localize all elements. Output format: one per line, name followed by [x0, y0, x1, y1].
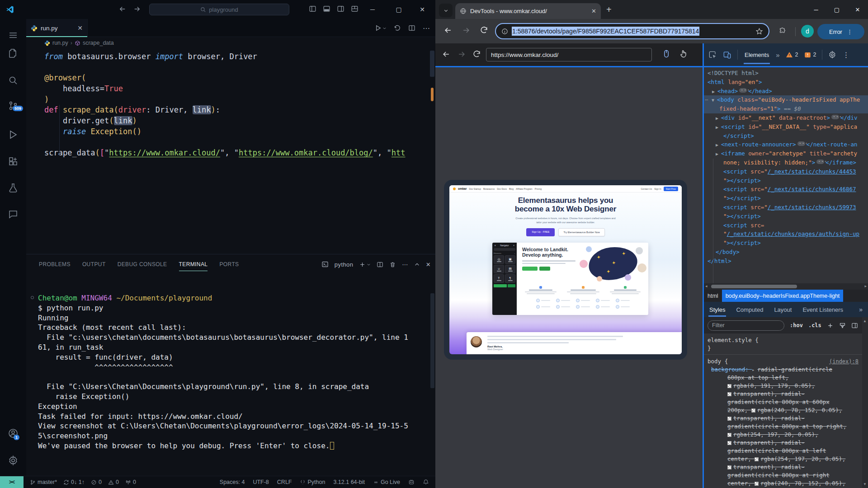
- body-rule-declarations[interactable]: background: ▸ radial-gradient(circle600p…: [704, 366, 862, 488]
- css-declaration-line[interactable]: gradient(circle 800px at left: [704, 447, 862, 455]
- dom-node-line[interactable]: ▶ <next-route-announcer></next-route-an: [704, 140, 868, 149]
- shell-name[interactable]: python: [335, 261, 353, 268]
- rendering-brush-icon[interactable]: [839, 322, 846, 329]
- code-line[interactable]: driver.get(link): [44, 116, 429, 127]
- language-item[interactable]: Python: [300, 479, 325, 485]
- explorer-icon[interactable]: [8, 48, 19, 59]
- dom-node-line[interactable]: fixed-headers="1"> == $0: [704, 104, 868, 113]
- tab-layout[interactable]: Layout: [774, 306, 792, 313]
- dom-node-line[interactable]: none; visibility: hidden;"></iframe>: [704, 158, 868, 167]
- terminal-line[interactable]: Task failed for input: https://www.omkar…: [38, 412, 428, 422]
- errors-item[interactable]: 0: [91, 479, 102, 485]
- touch-mode-icon[interactable]: [679, 49, 688, 58]
- dom-node-line[interactable]: ⋯ ▼ <body class="euiBody--headerIsFixed …: [704, 95, 868, 104]
- nav-item[interactable]: Dev Startup: [469, 188, 481, 190]
- screencast-reload-icon[interactable]: [472, 50, 481, 58]
- dom-node-line[interactable]: <script src="/_next/static/chunks/46867: [704, 185, 868, 194]
- signup-button[interactable]: Sign Up - FREE: [526, 228, 555, 236]
- css-declaration-line[interactable]: 200px, rgba(240, 78, 152, 0.05),: [704, 406, 862, 414]
- code-line[interactable]: [44, 62, 429, 73]
- window-maximize-button[interactable]: ▢: [388, 0, 409, 19]
- reload-icon[interactable]: [480, 26, 488, 34]
- code-line[interactable]: headless=True: [44, 84, 429, 94]
- nav-contact[interactable]: Contact Us: [641, 188, 652, 190]
- run-history-icon[interactable]: [394, 24, 401, 32]
- terminal-line[interactable]: raise Exception(): [38, 392, 428, 402]
- new-terminal-icon[interactable]: [359, 261, 371, 268]
- tab-output[interactable]: OUTPUT: [82, 261, 106, 267]
- extension-icon[interactable]: [778, 27, 787, 35]
- indentation-item[interactable]: Spaces: 4: [220, 479, 245, 485]
- pseudo-hov-toggle[interactable]: :hov: [790, 322, 803, 328]
- terminal-line[interactable]: ^^^^^^^^^^^^^^^^^^: [38, 362, 428, 372]
- new-style-rule-icon[interactable]: [827, 322, 834, 329]
- menu-icon[interactable]: [8, 30, 19, 41]
- terminal-line[interactable]: Running: [38, 313, 428, 323]
- css-declaration-line[interactable]: 600px at top left,: [704, 374, 862, 382]
- search-icon[interactable]: [8, 75, 19, 86]
- ports-item[interactable]: 0: [125, 479, 136, 485]
- screencast-forward-icon[interactable]: [457, 50, 466, 59]
- css-declaration-line[interactable]: transparent), radial-: [704, 390, 862, 398]
- tab-debug-console[interactable]: DEBUG CONSOLE: [118, 261, 167, 267]
- mouse-mode-icon[interactable]: [662, 49, 671, 58]
- tab-close-icon[interactable]: ✕: [77, 24, 83, 32]
- more-actions-icon[interactable]: ⋯: [423, 24, 430, 33]
- nav-signin[interactable]: Sign In: [654, 188, 661, 190]
- scroll-left-icon[interactable]: ◂: [705, 284, 708, 288]
- dom-node-line[interactable]: "></script>: [704, 212, 868, 221]
- dom-node-line[interactable]: ▶ <script id="__NEXT_DATA__" type="appli…: [704, 122, 868, 131]
- dom-tree[interactable]: <!DOCTYPE html><html lang="en">▶ <head><…: [704, 67, 868, 283]
- toggle-panel-icon[interactable]: [323, 5, 330, 13]
- terminal-line[interactable]: Traceback (most recent call last):: [38, 323, 428, 333]
- address-bar[interactable]: 1:58876/devtools/page/F9858F992EAC1CEF58…: [495, 23, 769, 39]
- css-declaration-line[interactable]: background: ▸ radial-gradient(circle: [704, 366, 862, 374]
- profile-error-button[interactable]: Error ⋮: [817, 24, 864, 39]
- nav-item[interactable]: Dev Docs: [497, 188, 507, 190]
- settings-gear-icon[interactable]: [8, 455, 19, 466]
- more-sidebar-tabs-icon[interactable]: »: [859, 306, 863, 313]
- terminal-line[interactable]: result = func(driver, data): [38, 352, 428, 362]
- devtools-dock-divider[interactable]: [703, 43, 704, 488]
- crumb-body-selected[interactable]: body.euiBody--headerIsFixed.appTheme-lig…: [722, 290, 844, 302]
- terminal-line[interactable]: Chetan@om MINGW64 ~/Documents/playground: [38, 293, 428, 303]
- terminal-line[interactable]: File "c:\users\chetan\documents\botasaur…: [38, 333, 428, 343]
- chrome-menu-kebab-icon[interactable]: ⋮: [847, 28, 853, 35]
- styles-vertical-scrollbar[interactable]: ▲ ▼: [862, 317, 868, 488]
- editor-scrollbar[interactable]: [430, 51, 434, 77]
- command-decoration[interactable]: [31, 296, 34, 299]
- split-editor-icon[interactable]: [408, 24, 415, 32]
- terminal-line[interactable]: File "C:\Users\Chetan\Documents\playgrou…: [38, 382, 428, 392]
- nav-item[interactable]: Pricing: [535, 188, 542, 190]
- run-debug-icon[interactable]: [8, 129, 19, 140]
- screencast-viewport[interactable]: omkar Dev Startup Botasaurus Dev Docs Bl…: [435, 67, 703, 488]
- git-branch-item[interactable]: master*: [30, 479, 57, 485]
- dom-horizontal-scrollbar[interactable]: ◂ ▸: [704, 283, 868, 290]
- css-declaration-line[interactable]: gradient(circle 800px at right: [704, 471, 862, 479]
- scrollbar-thumb[interactable]: [711, 285, 797, 288]
- css-declaration-line[interactable]: rgba(254, 197, 20, 0.05),: [704, 431, 862, 439]
- screencast-url-input[interactable]: https://www.omkar.cloud/: [486, 48, 652, 61]
- breadcrumb[interactable]: run.py › scrape_data: [26, 38, 435, 48]
- dom-node-line[interactable]: <script src="/_next/static/chunks/44453: [704, 167, 868, 176]
- dom-node-line[interactable]: "></script>: [704, 176, 868, 185]
- dom-node-line[interactable]: "></script>: [704, 194, 868, 203]
- eol-item[interactable]: CRLF: [277, 479, 292, 485]
- issues-icon[interactable]: [804, 52, 811, 58]
- window-close-button[interactable]: ✕: [412, 0, 433, 19]
- dom-node-line[interactable]: "/_next/static/chunks/pages/auth/sign-up: [704, 230, 868, 239]
- kill-terminal-icon[interactable]: [389, 261, 396, 268]
- breadcrumb-symbol[interactable]: scrape_data: [83, 40, 114, 46]
- window-minimize-button[interactable]: ─: [362, 0, 383, 19]
- panel-close-icon[interactable]: ✕: [426, 261, 431, 268]
- body-rule-selector[interactable]: body {: [708, 357, 728, 366]
- site-info-icon[interactable]: [501, 28, 508, 35]
- stylesheet-source-link[interactable]: (index):8: [829, 357, 859, 366]
- nav-item[interactable]: Blog: [509, 188, 514, 190]
- notifications-bell-icon[interactable]: [423, 479, 429, 485]
- extension-status-icon[interactable]: [408, 479, 415, 485]
- tab-problems[interactable]: PROBLEMS: [39, 261, 71, 267]
- dom-node-line[interactable]: ▶ <iframe owner="archetype" title="arche…: [704, 149, 868, 158]
- tab-event-listeners[interactable]: Event Listeners: [802, 306, 843, 313]
- terminal-line[interactable]: 61, in run_task: [38, 343, 428, 352]
